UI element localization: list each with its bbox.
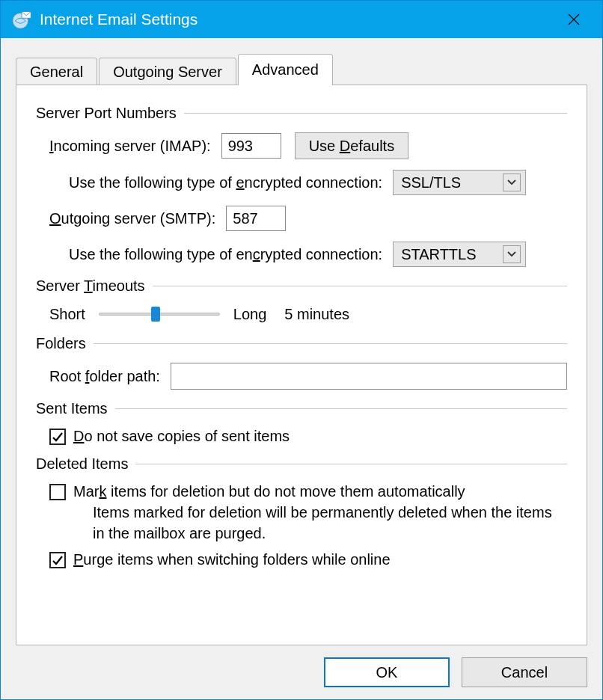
mark-for-deletion-row: Mark items for deletion but do not move … — [36, 483, 567, 500]
incoming-encryption-value: SSL/TLS — [401, 174, 461, 191]
incoming-server-port-input[interactable] — [221, 133, 281, 159]
purge-row: Purge items when switching folders while… — [36, 551, 567, 568]
group-label: Folders — [36, 335, 86, 352]
divider — [94, 343, 567, 344]
divider — [153, 286, 567, 286]
close-button[interactable] — [551, 1, 596, 38]
group-label: Deleted Items — [36, 455, 128, 473]
timeout-short-label: Short — [49, 306, 85, 323]
tab-outgoing-server[interactable]: Outgoing Server — [99, 58, 236, 85]
timeout-value: 5 minutes — [284, 306, 349, 323]
timeout-long-label: Long — [233, 306, 267, 323]
incoming-encryption-select[interactable]: SSL/TLS — [393, 170, 526, 195]
root-folder-label: Root folder path: — [49, 368, 160, 385]
do-not-save-label: Do not save copies of sent items — [73, 428, 290, 445]
group-sent-items: Sent Items — [36, 400, 567, 417]
dialog-window: Internet Email Settings General Outgoing… — [0, 0, 603, 700]
divider — [184, 113, 567, 114]
group-label: Server Port Numbers — [36, 105, 177, 122]
mark-for-deletion-label: Mark items for deletion but do not move … — [73, 483, 465, 500]
chevron-down-icon — [503, 174, 521, 191]
tab-general[interactable]: General — [16, 58, 97, 85]
group-server-timeouts: Server Timeouts — [36, 277, 567, 295]
use-defaults-button[interactable]: Use Defaults — [295, 132, 409, 159]
timeout-slider-row: Short Long 5 minutes — [36, 305, 567, 323]
tab-panel-advanced: Server Port Numbers Incoming server (IMA… — [16, 85, 587, 645]
incoming-encryption-label: Use the following type of encrypted conn… — [69, 174, 382, 191]
group-folders: Folders — [36, 335, 567, 352]
window-title: Internet Email Settings — [40, 10, 551, 28]
outgoing-encryption-select[interactable]: STARTTLS — [393, 242, 526, 267]
chevron-down-icon — [503, 245, 521, 263]
divider — [135, 464, 567, 464]
group-server-port-numbers: Server Port Numbers — [36, 105, 567, 122]
do-not-save-checkbox[interactable] — [49, 429, 66, 445]
purge-checkbox[interactable] — [49, 552, 66, 568]
outgoing-server-label: Outgoing server (SMTP): — [49, 210, 215, 227]
timeout-slider[interactable] — [99, 305, 220, 323]
group-label: Server Timeouts — [36, 277, 145, 295]
outgoing-encryption-label: Use the following type of encrypted conn… — [69, 246, 382, 263]
slider-thumb[interactable] — [151, 307, 160, 322]
do-not-save-row: Do not save copies of sent items — [36, 428, 567, 445]
outgoing-encryption-value: STARTTLS — [401, 246, 476, 263]
tab-strip: General Outgoing Server Advanced — [16, 53, 587, 85]
title-bar: Internet Email Settings — [1, 1, 602, 38]
app-icon — [11, 9, 32, 30]
root-folder-input[interactable] — [171, 363, 567, 390]
cancel-button[interactable]: Cancel — [462, 657, 587, 687]
incoming-server-row: Incoming server (IMAP): Use Defaults — [36, 132, 567, 159]
outgoing-encryption-row: Use the following type of encrypted conn… — [36, 242, 567, 267]
incoming-server-label: Incoming server (IMAP): — [49, 138, 211, 155]
mark-for-deletion-help: Items marked for deletion will be perman… — [36, 502, 567, 544]
close-icon — [567, 13, 581, 26]
mark-for-deletion-checkbox[interactable] — [49, 484, 66, 500]
outgoing-server-port-input[interactable] — [226, 206, 286, 231]
dialog-body: General Outgoing Server Advanced Server … — [1, 38, 602, 699]
tab-advanced[interactable]: Advanced — [238, 54, 333, 85]
group-deleted-items: Deleted Items — [36, 455, 567, 473]
ok-button[interactable]: OK — [324, 657, 450, 687]
group-label: Sent Items — [36, 400, 108, 417]
purge-label: Purge items when switching folders while… — [73, 551, 391, 568]
root-folder-row: Root folder path: — [36, 363, 567, 390]
outgoing-server-row: Outgoing server (SMTP): — [36, 206, 567, 231]
divider — [115, 408, 567, 409]
dialog-button-row: OK Cancel — [16, 645, 587, 687]
incoming-encryption-row: Use the following type of encrypted conn… — [36, 170, 567, 195]
